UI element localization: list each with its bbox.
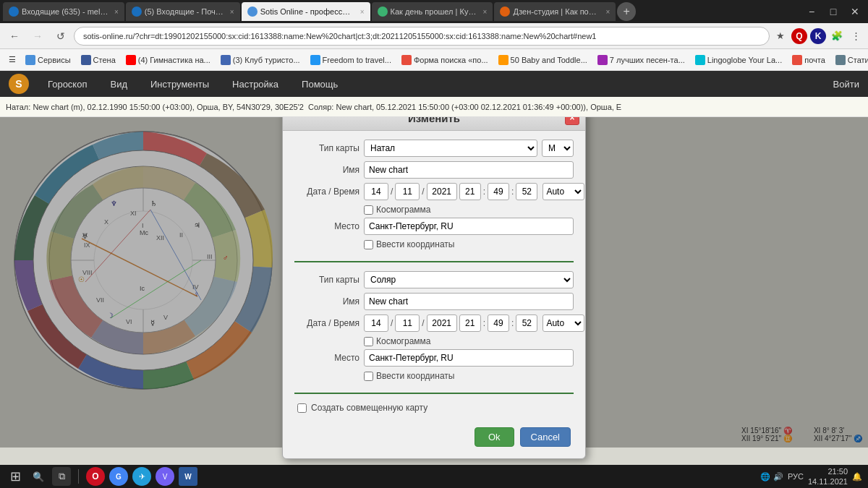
- bookmark-7pesen[interactable]: 7 лучших песен-та...: [594, 53, 689, 67]
- modal-close-button[interactable]: ×: [565, 117, 579, 125]
- tab-favicon-2: [132, 7, 142, 17]
- tb-right-area: 🌐 🔊 РУС 21:50 14.11.2021 🔔: [760, 466, 862, 487]
- second-input-1[interactable]: [516, 183, 537, 200]
- bookmark-forma[interactable]: Форма поиска «по...: [398, 53, 492, 67]
- apps-grid-icon: ☰: [9, 55, 16, 64]
- maximize-button[interactable]: □: [823, 1, 843, 22]
- bookmark-lingoglobe[interactable]: Lingoglobe Your La...: [692, 53, 786, 67]
- tab-close-5[interactable]: ×: [605, 8, 610, 16]
- joint-map-check[interactable]: [297, 403, 307, 413]
- name-label-1: Имя: [294, 165, 359, 175]
- viber-button[interactable]: V: [156, 467, 174, 486]
- bookmark-club[interactable]: (3) Клуб туристо...: [217, 53, 304, 67]
- bookmark-stena[interactable]: Стена: [77, 53, 119, 67]
- tab-close-2[interactable]: ×: [230, 8, 234, 16]
- bookmark-servisy[interactable]: Сервисы: [22, 53, 75, 67]
- auto-select-1[interactable]: Auto Manual: [542, 183, 584, 200]
- minimize-button[interactable]: −: [801, 1, 822, 22]
- telegram-button[interactable]: ✈: [132, 467, 151, 486]
- nav-instrumenty[interactable]: Инструменты: [146, 76, 213, 93]
- nav-nastroyka[interactable]: Настройка: [228, 76, 283, 93]
- hour-input-1[interactable]: [459, 183, 481, 200]
- bookmark-statistika[interactable]: Статистика: [832, 53, 868, 67]
- sep2-2: /: [422, 318, 424, 328]
- windows-start-button[interactable]: ⊞: [6, 467, 25, 486]
- year-input-1[interactable]: [427, 183, 457, 200]
- place-input-2[interactable]: [364, 349, 574, 367]
- minute-input-2[interactable]: [488, 314, 509, 332]
- forward-button[interactable]: →: [27, 26, 48, 46]
- task-view-button[interactable]: ⧉: [52, 467, 71, 486]
- cancel-button[interactable]: Cancel: [520, 427, 571, 447]
- place-input-1[interactable]: [364, 218, 574, 235]
- tab-mail2[interactable]: (5) Входящие - Почта Mail.ru ×: [126, 2, 240, 21]
- type-select-2[interactable]: Натал Транзит Соляр Прогрессия: [364, 271, 574, 288]
- word-button[interactable]: W: [179, 467, 197, 486]
- tb-sep-1: [78, 469, 79, 484]
- address-input[interactable]: [74, 27, 770, 46]
- place-label-1: Место: [294, 221, 359, 231]
- coords-check-1[interactable]: [364, 240, 373, 249]
- date-label-2: Дата / Время: [294, 318, 359, 328]
- extensions-icon[interactable]: 🧩: [829, 28, 845, 44]
- tab-kuhonka[interactable]: Как день прошел | Кухонька ×: [372, 2, 493, 21]
- star-icon[interactable]: ★: [773, 28, 788, 44]
- day-input-2[interactable]: [364, 314, 388, 332]
- nav-pomosh[interactable]: Помощь: [297, 76, 342, 93]
- coords-check-2[interactable]: [364, 372, 373, 381]
- coords-label-2: Ввести координаты: [376, 371, 454, 381]
- opera-icon: O: [92, 471, 98, 481]
- sep3-2: :: [483, 318, 485, 328]
- bookmark-freedom[interactable]: Freedom to travel...: [307, 53, 395, 67]
- tab-dzen[interactable]: Дзен-студия | Как построить св... ×: [494, 2, 616, 21]
- type-label-1: Тип карты: [294, 143, 359, 153]
- bookmark-gym[interactable]: (4) Гимнастика на...: [122, 53, 214, 67]
- sep1-2: /: [391, 318, 393, 328]
- cosmogramma-row-1: Космограмма: [294, 205, 574, 215]
- month-input-2[interactable]: [395, 314, 420, 332]
- type-select-1[interactable]: Натал Транзит Соляр: [364, 140, 537, 157]
- nav-vid[interactable]: Вид: [106, 76, 132, 93]
- bookmark-icon-7: [498, 55, 509, 65]
- bookmark-pochta[interactable]: почта: [788, 53, 829, 67]
- ok-button[interactable]: Ok: [475, 427, 514, 447]
- hour-input-2[interactable]: [459, 314, 481, 332]
- info-bar: Натал: New chart (m), 02.12.1990 15:50:0…: [0, 97, 868, 117]
- qwant-icon[interactable]: Q: [791, 28, 807, 44]
- chrome-button[interactable]: G: [109, 467, 128, 486]
- cosmogramma-check-1[interactable]: [364, 205, 373, 215]
- day-input-1[interactable]: [364, 183, 388, 200]
- nav-goroskop[interactable]: Гороскоп: [43, 76, 91, 93]
- tab-favicon-3: [247, 7, 258, 17]
- new-tab-button[interactable]: +: [617, 2, 636, 21]
- cosmogramma-check-2[interactable]: [364, 337, 373, 346]
- chart-area: ♄ ♃ ♂ ♀ ☿ ☽ ☉ ♅ ♆ Mc Ic: [0, 117, 868, 468]
- tab-sotis[interactable]: Sotis Online - профессиональн... ×: [242, 2, 370, 21]
- tab-mail1[interactable]: Входящие (635) - melitaorsha@... ×: [3, 2, 124, 21]
- opera-button[interactable]: O: [86, 467, 105, 486]
- reload-button[interactable]: ↺: [51, 26, 71, 46]
- year-input-2[interactable]: [427, 314, 457, 332]
- kaspersky-icon[interactable]: K: [810, 28, 826, 44]
- m-select-1[interactable]: M F: [542, 140, 574, 157]
- tab-close-1[interactable]: ×: [114, 8, 119, 16]
- tab-close-3[interactable]: ×: [360, 8, 365, 16]
- tab-close-4[interactable]: ×: [483, 8, 488, 16]
- name-input-2[interactable]: [364, 293, 574, 310]
- bookmark-icon-2: [81, 55, 91, 65]
- bookmark-icon-6: [401, 55, 412, 65]
- second-input-2[interactable]: [516, 314, 537, 332]
- name-input-1[interactable]: [364, 161, 574, 179]
- apps-button[interactable]: ☰: [6, 53, 19, 66]
- back-button[interactable]: ←: [4, 26, 25, 46]
- search-button[interactable]: 🔍: [29, 467, 48, 486]
- menu-icon[interactable]: ⋮: [848, 28, 864, 44]
- login-button[interactable]: Войти: [833, 79, 859, 90]
- bookmark-50baby[interactable]: 50 Baby and Toddle...: [495, 53, 591, 67]
- minute-input-1[interactable]: [488, 183, 509, 200]
- app-area: S Гороскоп Вид Инструменты Настройка Пом…: [0, 71, 868, 488]
- auto-select-2[interactable]: Auto Manual: [542, 314, 584, 332]
- month-input-1[interactable]: [395, 183, 420, 200]
- close-window-button[interactable]: ✕: [845, 1, 865, 22]
- modal-header: Изменить ×: [283, 117, 585, 131]
